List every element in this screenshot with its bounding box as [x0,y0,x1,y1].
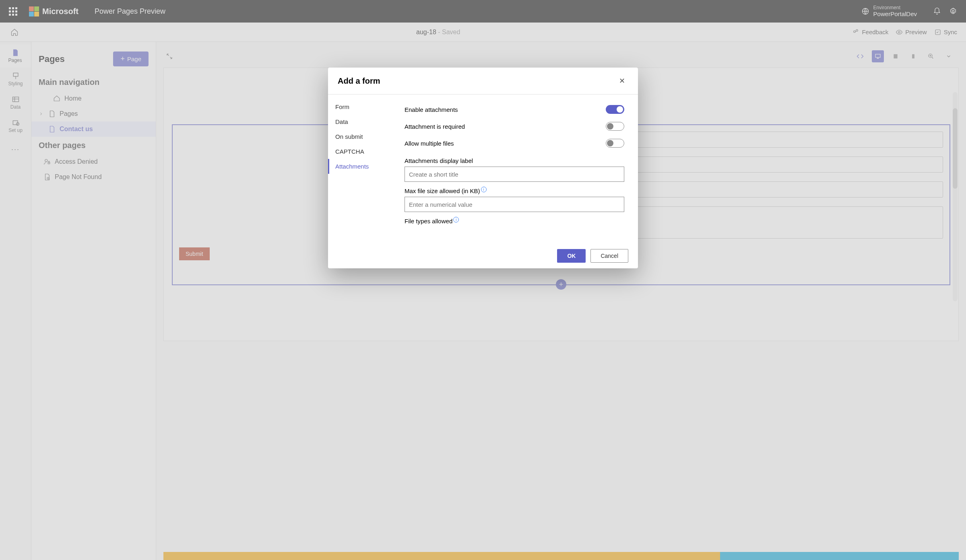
ok-button[interactable]: OK [557,249,586,263]
modal-title: Add a form [338,76,380,86]
cancel-button[interactable]: Cancel [590,249,628,263]
max-size-input[interactable] [405,197,624,212]
modal-tab-form[interactable]: Form [328,99,400,114]
modal-tab-data[interactable]: Data [328,114,400,129]
enable-attachments-label: Enable attachments [405,106,458,113]
info-icon[interactable]: i [453,217,459,222]
modal-tab-onsubmit[interactable]: On submit [328,129,400,144]
modal-nav: Form Data On submit CAPTCHA Attachments [328,95,400,243]
info-icon[interactable]: i [481,187,487,192]
attachment-required-label: Attachment is required [405,123,465,130]
modal-tab-captcha[interactable]: CAPTCHA [328,144,400,159]
allow-multiple-label: Allow multiple files [405,140,454,147]
enable-attachments-toggle[interactable] [606,105,624,114]
max-size-caption: Max file size allowed (in KB) [405,187,480,194]
add-form-modal: Add a form ✕ Form Data On submit CAPTCHA… [328,68,638,268]
allow-multiple-toggle[interactable] [606,139,624,148]
display-label-caption: Attachments display label [405,152,624,167]
attachment-required-toggle[interactable] [606,122,624,131]
display-label-input[interactable] [405,167,624,182]
close-icon[interactable]: ✕ [616,75,628,87]
modal-tab-attachments[interactable]: Attachments [328,159,400,174]
modal-overlay: Add a form ✕ Form Data On submit CAPTCHA… [0,0,966,560]
file-types-caption: File types allowed [405,218,452,224]
